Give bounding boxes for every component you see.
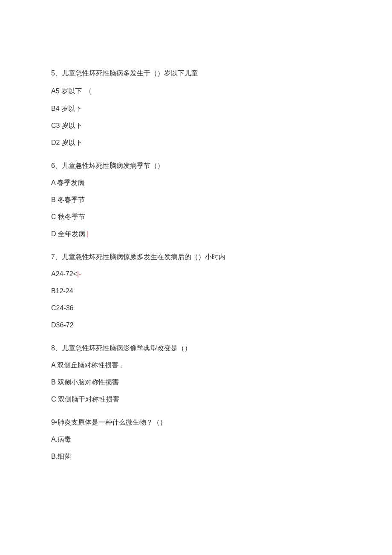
option-label: C3 岁以下: [51, 122, 82, 129]
question-7-stem: 7、儿童急性坏死性脑病惊厥多发生在发病后的（）小时内: [51, 252, 341, 262]
question-number: 6: [51, 162, 55, 169]
option-label: B4 岁以下: [51, 105, 82, 112]
question-text: 肺炎支原体是一种什么微生物？（）: [58, 419, 167, 426]
answer-marker-pipe-icon: |-: [77, 270, 81, 278]
option-label: C 秋冬季节: [51, 213, 85, 220]
question-text: 儿童急性坏死性脑病多发生于（）岁以下儿童: [62, 69, 198, 77]
question-5-option-a: A5 岁以下（: [51, 85, 341, 97]
question-6: 6、儿童急性坏死性脑病发病季节（） A 春季发病 B 冬春季节 C 秋冬季节 D…: [51, 161, 341, 239]
question-6-option-c: C 秋冬季节: [51, 212, 341, 222]
answer-marker-icon: （: [84, 87, 92, 95]
question-8: 8、儿童急性坏死性脑病影像学典型改变是（） A 双侧丘脑对称性损害， B 双侧小…: [51, 343, 341, 405]
question-number: 8: [51, 344, 55, 352]
question-5-option-b: B4 岁以下: [51, 104, 341, 114]
answer-marker-icon: |: [87, 230, 89, 237]
option-label: B.细菌: [51, 453, 71, 460]
question-7-option-b: B12-24: [51, 286, 341, 296]
question-5-stem: 5、儿童急性坏死性脑病多发生于（）岁以下儿童: [51, 68, 341, 78]
question-8-stem: 8、儿童急性坏死性脑病影像学典型改变是（）: [51, 343, 341, 353]
option-label: A24-72: [51, 270, 73, 278]
question-7: 7、儿童急性坏死性脑病惊厥多发生在发病后的（）小时内 A24-72<|- B12…: [51, 252, 341, 330]
option-label: A 双侧丘脑对称性损害: [51, 361, 118, 369]
question-7-option-d: D36-72: [51, 320, 341, 330]
question-6-option-b: B 冬春季节: [51, 195, 341, 205]
question-5-option-d: D2 岁以下: [51, 138, 341, 148]
question-text: 儿童急性坏死性脑病发病季节（）: [62, 162, 164, 169]
question-number: 7: [51, 253, 55, 260]
question-6-option-d: D 全年发病|: [51, 229, 341, 239]
question-7-option-a: A24-72<|-: [51, 269, 341, 279]
question-text: 儿童急性坏死性脑病影像学典型改变是（）: [62, 344, 191, 352]
option-label: B12-24: [51, 287, 73, 295]
question-9-stem: 9•肺炎支原体是一种什么微生物？（）: [51, 417, 341, 428]
question-number: 5: [51, 69, 55, 77]
question-6-stem: 6、儿童急性坏死性脑病发病季节（）: [51, 161, 341, 171]
document-page: 5、儿童急性坏死性脑病多发生于（）岁以下儿童 A5 岁以下（ B4 岁以下 C3…: [0, 0, 392, 517]
option-label: D 全年发病: [51, 230, 85, 237]
option-label: B 冬春季节: [51, 196, 85, 203]
option-label: B 双侧小脑对称性损害: [51, 379, 119, 386]
question-6-option-a: A 春季发病: [51, 178, 341, 188]
question-9-option-b: B.细菌: [51, 451, 341, 462]
question-8-option-a: A 双侧丘脑对称性损害，: [51, 360, 341, 370]
question-9-option-a: A.病毒: [51, 434, 341, 445]
question-7-option-c: C24-36: [51, 303, 341, 313]
question-8-option-b: B 双侧小脑对称性损害: [51, 377, 341, 387]
question-text: 儿童急性坏死性脑病惊厥多发生在发病后的（）小时内: [62, 253, 225, 260]
option-label: C 双侧脑干对称性损害: [51, 396, 119, 403]
option-label: D36-72: [51, 321, 73, 329]
option-label: D2 岁以下: [51, 139, 82, 146]
option-label: A.病毒: [51, 436, 71, 443]
question-5: 5、儿童急性坏死性脑病多发生于（）岁以下儿童 A5 岁以下（ B4 岁以下 C3…: [51, 68, 341, 148]
question-5-option-c: C3 岁以下: [51, 121, 341, 131]
option-label: A5 岁以下: [51, 87, 82, 95]
question-9: 9•肺炎支原体是一种什么微生物？（） A.病毒 B.细菌: [51, 417, 341, 462]
question-8-option-c: C 双侧脑干对称性损害: [51, 394, 341, 405]
option-label: C24-36: [51, 304, 73, 312]
question-number-prefix: 9•: [51, 419, 58, 426]
option-label: A 春季发病: [51, 179, 84, 186]
answer-marker-icon: ，: [118, 361, 125, 369]
answer-marker-lt-icon: <: [73, 270, 77, 278]
